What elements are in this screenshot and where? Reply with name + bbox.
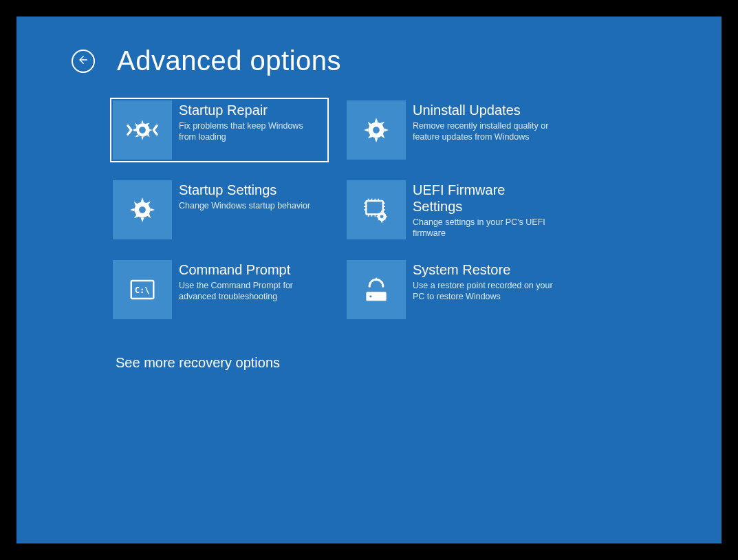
tile-text: Uninstall Updates Remove recently instal… <box>413 100 560 143</box>
options-grid: Startup Repair Fix problems that keep Wi… <box>110 98 563 322</box>
back-arrow-icon <box>77 54 89 68</box>
tile-startup-repair[interactable]: Startup Repair Fix problems that keep Wi… <box>110 98 329 162</box>
svg-rect-0 <box>366 201 382 215</box>
tile-command-prompt[interactable]: C:\ Command Prompt Use the Command Promp… <box>110 257 329 322</box>
tile-text: Startup Settings Change Windows startup … <box>179 180 316 211</box>
see-more-recovery-link[interactable]: See more recovery options <box>116 355 280 371</box>
gear-icon <box>347 100 406 160</box>
tile-title: Startup Repair <box>179 102 321 118</box>
tile-text: UEFI Firmware Settings Change settings i… <box>413 180 560 239</box>
tile-title: Startup Settings <box>179 182 310 198</box>
tile-desc: Remove recently installed quality or fea… <box>413 120 554 143</box>
page-title: Advanced options <box>117 45 341 76</box>
tile-system-restore[interactable]: System Restore Use a restore point recor… <box>344 257 563 322</box>
command-prompt-icon: C:\ <box>113 260 172 319</box>
svg-rect-3 <box>366 292 386 301</box>
firmware-chip-icon <box>347 180 406 239</box>
system-restore-icon <box>347 260 406 319</box>
tile-title: Command Prompt <box>179 261 321 278</box>
tile-title: Uninstall Updates <box>413 102 554 118</box>
gear-icon <box>113 180 172 239</box>
svg-point-4 <box>369 295 371 297</box>
tile-desc: Use a restore point recorded on your PC … <box>413 280 554 303</box>
startup-repair-icon <box>113 100 172 160</box>
tile-startup-settings[interactable]: Startup Settings Change Windows startup … <box>110 177 329 242</box>
tile-desc: Change Windows startup behavior <box>179 200 310 211</box>
header: Advanced options <box>72 45 341 76</box>
tile-text: Startup Repair Fix problems that keep Wi… <box>179 100 326 143</box>
tile-uefi-firmware[interactable]: UEFI Firmware Settings Change settings i… <box>344 177 563 242</box>
recovery-screen: Advanced options Startup Repair Fix prob… <box>17 17 721 543</box>
tile-uninstall-updates[interactable]: Uninstall Updates Remove recently instal… <box>344 98 563 162</box>
back-button[interactable] <box>72 50 95 73</box>
tile-text: System Restore Use a restore point recor… <box>413 260 560 303</box>
tile-desc: Change settings in your PC's UEFI firmwa… <box>413 217 554 239</box>
tile-title: System Restore <box>413 261 554 278</box>
svg-text:C:\: C:\ <box>135 286 150 295</box>
tile-title: UEFI Firmware Settings <box>413 182 554 215</box>
tile-text: Command Prompt Use the Command Prompt fo… <box>179 260 326 303</box>
tile-desc: Use the Command Prompt for advanced trou… <box>179 280 321 303</box>
tile-desc: Fix problems that keep Windows from load… <box>179 120 321 143</box>
